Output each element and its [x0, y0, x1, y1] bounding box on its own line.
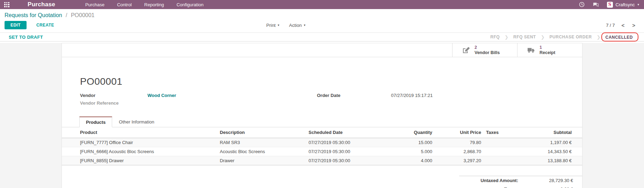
- tab-products[interactable]: Products: [79, 116, 112, 127]
- notebook: Products Other Information Product Descr…: [62, 116, 582, 188]
- table-header-row: Product Description Scheduled Date Quant…: [62, 127, 582, 138]
- totals-block: Untaxed Amount: 28,729.30 € Taxes: 0.00 …: [459, 176, 582, 188]
- navbar-right: S Craftsync ▾: [579, 2, 639, 8]
- form-sheet: PO00001 Vendor Wood Corner Vendor Refere…: [62, 57, 582, 188]
- user-avatar: S: [607, 2, 613, 8]
- vendor-link[interactable]: Wood Corner: [147, 93, 176, 98]
- untaxed-amount-label: Untaxed Amount:: [480, 178, 518, 183]
- center-actions: Print ▾ Action ▾: [266, 23, 305, 28]
- status-steps: RFQ ❯ RFQ SENT ❯ PURCHASE ORDER ❯ CANCEL…: [485, 33, 641, 40]
- col-header-description: Description: [220, 127, 309, 138]
- chevron-down-icon: ▾: [304, 23, 305, 27]
- col-header-subtotal: Subtotal: [515, 127, 582, 138]
- step-chevron-icon: ❯: [597, 35, 601, 40]
- receipt-button[interactable]: 1 Receipt: [517, 43, 582, 57]
- content-background: 2 Vendor Bills 1 Receipt PO00001: [0, 43, 644, 188]
- menu-reporting[interactable]: Reporting: [144, 2, 164, 7]
- status-step-cancelled[interactable]: CANCELLED: [601, 34, 638, 41]
- form-card: 2 Vendor Bills 1 Receipt PO00001: [61, 43, 583, 188]
- vendor-bills-button[interactable]: 2 Vendor Bills: [452, 43, 517, 57]
- status-step-rfq[interactable]: RFQ: [485, 33, 505, 40]
- tab-bar: Products Other Information: [62, 116, 582, 127]
- menu-control[interactable]: Control: [117, 2, 132, 7]
- create-button[interactable]: CREATE: [34, 22, 56, 28]
- stat-button-box: 2 Vendor Bills 1 Receipt: [62, 43, 582, 57]
- taxes-value: 0.00 €: [518, 187, 573, 188]
- step-chevron-icon: ❯: [541, 35, 545, 40]
- set-to-draft-button[interactable]: SET TO DRAFT: [9, 35, 43, 40]
- user-menu[interactable]: S Craftsync ▾: [607, 2, 639, 8]
- vendor-bills-label: Vendor Bills: [475, 50, 500, 55]
- breadcrumb: Requests for Quotation / PO00001: [0, 9, 644, 18]
- status-step-cancelled-wrap: CANCELLED: [601, 34, 638, 40]
- menu-configuration[interactable]: Configuration: [176, 2, 203, 7]
- status-step-purchase-order[interactable]: PURCHASE ORDER: [545, 33, 597, 40]
- vendor-bills-count: 2: [475, 45, 500, 50]
- menu-purchase[interactable]: Purchase: [85, 2, 104, 7]
- table-row[interactable]: [FURN_8855] Drawer Drawer 07/27/2019 05:…: [62, 156, 582, 165]
- chevron-down-icon: ▾: [637, 3, 639, 6]
- taxes-label: Taxes:: [504, 187, 518, 188]
- chevron-down-icon: ▾: [278, 23, 280, 27]
- col-header-product: Product: [62, 127, 220, 138]
- activities-clock-icon[interactable]: [579, 2, 585, 7]
- truck-icon: [527, 47, 535, 54]
- order-date-value: 07/27/2019 15:17:21: [391, 93, 433, 98]
- user-name: Craftsync: [616, 2, 635, 7]
- statusbar: SET TO DRAFT RFQ ❯ RFQ SENT ❯ PURCHASE O…: [0, 32, 644, 42]
- pager-count[interactable]: 7 / 7: [606, 23, 615, 28]
- col-header-scheduled-date: Scheduled Date: [309, 127, 386, 138]
- receipt-count: 1: [540, 45, 555, 50]
- record-pager: 7 / 7 < >: [606, 22, 636, 28]
- table-row[interactable]: [FURN_7777] Office Chair RAM SR3 07/27/2…: [62, 138, 582, 147]
- step-chevron-icon: ❯: [505, 35, 508, 40]
- order-lines-body: [FURN_7777] Office Chair RAM SR3 07/27/2…: [62, 138, 582, 165]
- breadcrumb-current: PO00001: [71, 12, 95, 18]
- control-panel: EDIT CREATE Print ▾ Action ▾ 7 / 7 < >: [0, 18, 644, 32]
- app-brand[interactable]: Purchase: [28, 1, 55, 8]
- apps-menu-icon[interactable]: [4, 2, 9, 7]
- untaxed-amount-value: 28,729.30 €: [518, 178, 573, 183]
- order-lines-table: Product Description Scheduled Date Quant…: [62, 127, 582, 165]
- breadcrumb-parent-link[interactable]: Requests for Quotation: [5, 12, 62, 18]
- action-dropdown[interactable]: Action ▾: [289, 23, 305, 28]
- pager-next-icon[interactable]: >: [631, 22, 636, 28]
- pencil-square-icon: [462, 47, 470, 54]
- breadcrumb-separator: /: [66, 12, 67, 18]
- table-row[interactable]: [FURN_6666] Acoustic Bloc Screens Acoust…: [62, 147, 582, 156]
- nav-menu: Purchase Control Reporting Configuration: [85, 2, 204, 7]
- page-title: PO00001: [80, 76, 564, 87]
- col-header-quantity: Quantity: [386, 127, 435, 138]
- col-header-unit-price: Unit Price: [435, 127, 484, 138]
- order-date-field-label: Order Date: [317, 93, 391, 98]
- receipt-label: Receipt: [540, 50, 555, 55]
- messages-icon[interactable]: [593, 2, 599, 7]
- print-dropdown[interactable]: Print ▾: [266, 23, 279, 28]
- col-header-taxes: Taxes: [484, 127, 515, 138]
- tab-other-information[interactable]: Other Information: [112, 116, 161, 127]
- pager-previous-icon[interactable]: <: [620, 22, 625, 28]
- edit-button[interactable]: EDIT: [5, 21, 27, 29]
- vendor-reference-field-label: Vendor Reference: [80, 100, 147, 106]
- field-group: Vendor Wood Corner Vendor Reference Orde…: [80, 93, 564, 108]
- top-navbar: Purchase Purchase Control Reporting Conf…: [0, 0, 644, 9]
- vendor-field-label: Vendor: [80, 93, 147, 98]
- status-step-rfq-sent[interactable]: RFQ SENT: [508, 33, 541, 40]
